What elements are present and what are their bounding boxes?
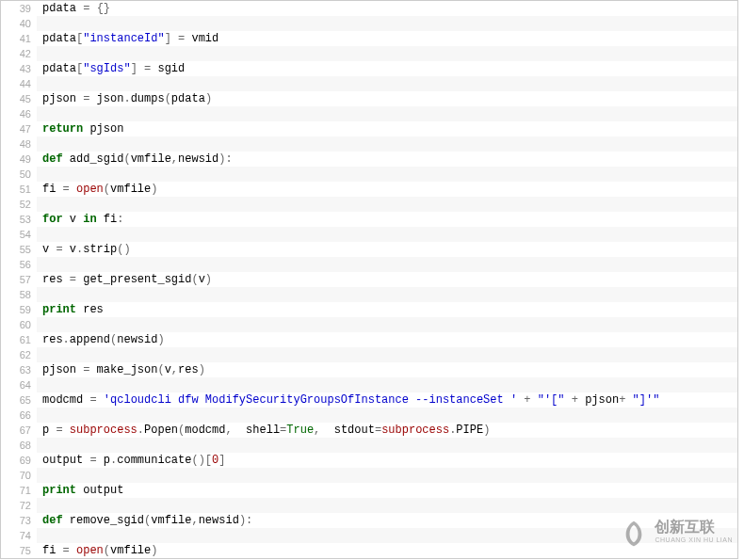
line-number: 74 xyxy=(1,528,37,543)
code-line: 71print output xyxy=(1,483,737,498)
line-number: 63 xyxy=(1,362,37,377)
code-line: 41pdata["instanceId"] = vmid xyxy=(1,31,737,46)
code-line: 69output = p.communicate()[0] xyxy=(1,453,737,468)
line-number: 71 xyxy=(1,483,37,498)
line-number: 42 xyxy=(1,46,37,61)
code-content: pjson = make_json(v,res) xyxy=(37,362,737,377)
line-number: 47 xyxy=(1,121,37,136)
line-number: 61 xyxy=(1,332,37,347)
line-number: 51 xyxy=(1,182,37,197)
line-number: 43 xyxy=(1,61,37,76)
line-number: 66 xyxy=(1,408,37,423)
line-number: 60 xyxy=(1,317,37,332)
code-line: 40 xyxy=(1,16,737,31)
line-number: 39 xyxy=(1,1,37,16)
code-line: 45pjson = json.dumps(pdata) xyxy=(1,91,737,106)
code-line: 53for v in fi: xyxy=(1,212,737,227)
code-line: 50 xyxy=(1,167,737,182)
code-content: def add_sgid(vmfile,newsid): xyxy=(37,152,737,167)
code-line: 56 xyxy=(1,257,737,272)
code-line: 42 xyxy=(1,46,737,61)
watermark-en: CHUANG XIN HU LIAN xyxy=(655,534,733,547)
code-line: 70 xyxy=(1,468,737,483)
code-block: 39pdata = {}4041pdata["instanceId"] = vm… xyxy=(0,0,738,559)
line-number: 48 xyxy=(1,136,37,152)
code-content: v = v.strip() xyxy=(37,242,737,257)
code-line: 66 xyxy=(1,408,737,423)
code-line: 55v = v.strip() xyxy=(1,242,737,257)
line-number: 58 xyxy=(1,287,37,302)
code-content: fi = open(vmfile) xyxy=(37,182,737,197)
code-line: 44 xyxy=(1,76,737,91)
line-number: 70 xyxy=(1,468,37,483)
code-line: 54 xyxy=(1,227,737,242)
code-line: 61res.append(newsid) xyxy=(1,332,737,347)
line-number: 52 xyxy=(1,197,37,212)
code-content: res.append(newsid) xyxy=(37,332,737,347)
line-number: 75 xyxy=(1,543,37,558)
code-line: 47return pjson xyxy=(1,121,737,136)
code-content: pdata = {} xyxy=(37,1,737,16)
code-content: for v in fi: xyxy=(37,212,737,227)
watermark-cn: 创新互联 xyxy=(655,520,733,534)
code-line: 48 xyxy=(1,136,737,152)
code-line: 57res = get_present_sgid(v) xyxy=(1,272,737,287)
code-content: pdata["sgIds"] = sgid xyxy=(37,61,737,76)
code-content: print res xyxy=(37,302,737,317)
code-content: res = get_present_sgid(v) xyxy=(37,272,737,287)
code-line: 62 xyxy=(1,347,737,362)
line-number: 49 xyxy=(1,152,37,167)
line-number: 59 xyxy=(1,302,37,317)
code-line: 49def add_sgid(vmfile,newsid): xyxy=(1,152,737,167)
line-number: 57 xyxy=(1,272,37,287)
line-number: 40 xyxy=(1,16,37,31)
line-number: 64 xyxy=(1,377,37,392)
code-line: 46 xyxy=(1,106,737,121)
line-number: 67 xyxy=(1,423,37,438)
line-number: 53 xyxy=(1,212,37,227)
code-line: 39pdata = {} xyxy=(1,1,737,16)
watermark-logo-icon xyxy=(619,519,649,549)
code-content: pdata["instanceId"] = vmid xyxy=(37,31,737,46)
code-line: 68 xyxy=(1,438,737,453)
line-number: 68 xyxy=(1,438,37,453)
code-line: 67p = subprocess.Popen(modcmd, shell=Tru… xyxy=(1,423,737,438)
code-content: return pjson xyxy=(37,121,737,136)
code-content: output = p.communicate()[0] xyxy=(37,453,737,468)
line-number: 50 xyxy=(1,167,37,182)
line-number: 65 xyxy=(1,392,37,408)
code-line: 63pjson = make_json(v,res) xyxy=(1,362,737,377)
line-number: 55 xyxy=(1,242,37,257)
line-number: 46 xyxy=(1,106,37,121)
line-number: 72 xyxy=(1,498,37,513)
line-number: 73 xyxy=(1,513,37,528)
line-number: 56 xyxy=(1,257,37,272)
code-line: 43pdata["sgIds"] = sgid xyxy=(1,61,737,76)
line-number: 54 xyxy=(1,227,37,242)
code-line: 60 xyxy=(1,317,737,332)
code-line: 59print res xyxy=(1,302,737,317)
line-number: 45 xyxy=(1,91,37,106)
line-number: 44 xyxy=(1,76,37,91)
code-line: 65modcmd = 'qcloudcli dfw ModifySecurity… xyxy=(1,392,737,408)
code-line: 58 xyxy=(1,287,737,302)
code-content: print output xyxy=(37,483,737,498)
code-line: 52 xyxy=(1,197,737,212)
code-line: 51fi = open(vmfile) xyxy=(1,182,737,197)
code-line: 72 xyxy=(1,498,737,513)
code-content: p = subprocess.Popen(modcmd, shell=True,… xyxy=(37,423,737,438)
code-line: 64 xyxy=(1,377,737,392)
line-number: 41 xyxy=(1,31,37,46)
code-content: pjson = json.dumps(pdata) xyxy=(37,91,737,106)
line-number: 69 xyxy=(1,453,37,468)
line-number: 62 xyxy=(1,347,37,362)
watermark: 创新互联 CHUANG XIN HU LIAN xyxy=(619,519,733,549)
code-content: modcmd = 'qcloudcli dfw ModifySecurityGr… xyxy=(37,392,737,408)
